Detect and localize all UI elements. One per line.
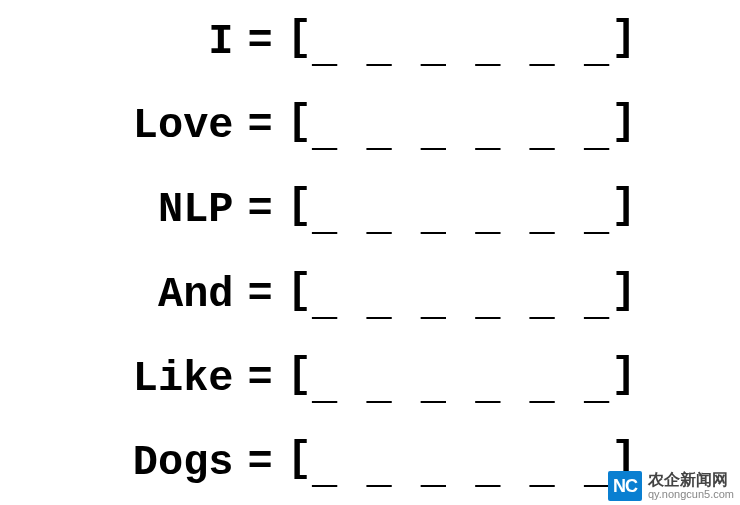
vector-blanks: _ _ _ _ _ _ (312, 279, 611, 327)
vector-blanks: _ _ _ _ _ _ (312, 26, 611, 74)
vector-blanks: _ _ _ _ _ _ (312, 447, 611, 495)
watermark-url: qy.nongcun5.com (648, 489, 734, 501)
bracket-open: [ (287, 182, 312, 230)
vector-row: NLP = [_ _ _ _ _ _] (40, 186, 700, 234)
equals-sign: = (248, 439, 273, 487)
watermark: NC 农企新闻网 qy.nongcun5.com (608, 471, 734, 501)
word-label: NLP (104, 186, 234, 234)
vector-row: And = [_ _ _ _ _ _] (40, 271, 700, 319)
vector-row: Like = [_ _ _ _ _ _] (40, 355, 700, 403)
equals-sign: = (248, 271, 273, 319)
watermark-logo-text: NC (613, 476, 637, 497)
vector-placeholder: [_ _ _ _ _ _] (287, 186, 637, 234)
vector-row: Love = [_ _ _ _ _ _] (40, 102, 700, 150)
bracket-close: ] (611, 351, 636, 399)
equals-sign: = (248, 102, 273, 150)
word-label: And (104, 271, 234, 319)
bracket-close: ] (611, 14, 636, 62)
vector-placeholder: [_ _ _ _ _ _] (287, 439, 637, 487)
bracket-close: ] (611, 267, 636, 315)
bracket-open: [ (287, 14, 312, 62)
watermark-cn: 农企新闻网 (648, 472, 734, 489)
vector-blanks: _ _ _ _ _ _ (312, 194, 611, 242)
word-label: Like (104, 355, 234, 403)
vector-row: I = [_ _ _ _ _ _] (40, 18, 700, 66)
equals-sign: = (248, 18, 273, 66)
bracket-open: [ (287, 98, 312, 146)
vector-blanks: _ _ _ _ _ _ (312, 110, 611, 158)
vector-placeholder: [_ _ _ _ _ _] (287, 18, 637, 66)
bracket-open: [ (287, 435, 312, 483)
vector-row: Dogs = [_ _ _ _ _ _] (40, 439, 700, 487)
vector-placeholder: [_ _ _ _ _ _] (287, 355, 637, 403)
word-label: I (104, 18, 234, 66)
bracket-open: [ (287, 351, 312, 399)
bracket-open: [ (287, 267, 312, 315)
word-label: Love (104, 102, 234, 150)
vector-blanks: _ _ _ _ _ _ (312, 363, 611, 411)
vector-placeholder: [_ _ _ _ _ _] (287, 102, 637, 150)
vector-placeholder: [_ _ _ _ _ _] (287, 271, 637, 319)
word-label: Dogs (104, 439, 234, 487)
equals-sign: = (248, 186, 273, 234)
vector-rows: I = [_ _ _ _ _ _] Love = [_ _ _ _ _ _] N… (0, 0, 740, 505)
watermark-text: 农企新闻网 qy.nongcun5.com (648, 472, 734, 500)
watermark-logo-icon: NC (608, 471, 642, 501)
equals-sign: = (248, 355, 273, 403)
bracket-close: ] (611, 182, 636, 230)
bracket-close: ] (611, 98, 636, 146)
